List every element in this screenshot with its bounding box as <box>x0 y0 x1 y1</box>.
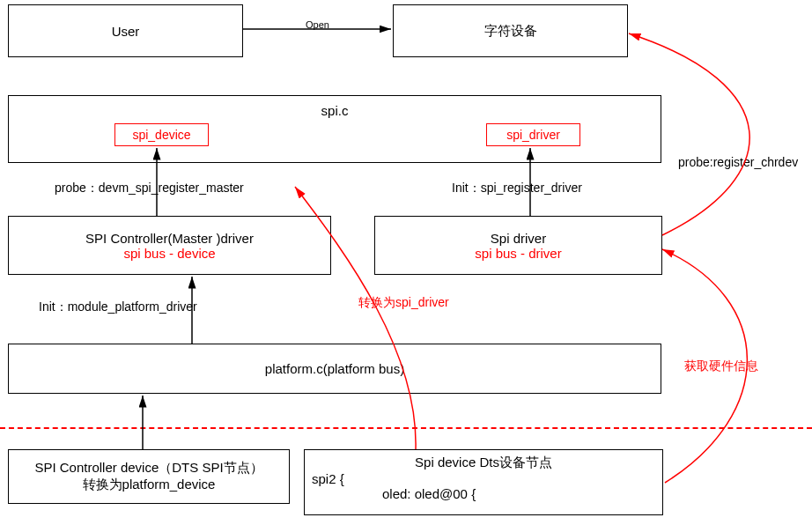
spic-label: spi.c <box>321 103 349 118</box>
dts-device-line3: oled: oled@00 { <box>382 486 476 501</box>
init-module-label: Init：module_platform_driver <box>39 299 197 315</box>
init-driver-label: Init：spi_register_driver <box>452 181 582 196</box>
controller-driver-line1: SPI Controller(Master )driver <box>85 231 254 246</box>
layer-divider <box>0 427 812 429</box>
open-label: Open <box>306 19 329 30</box>
controller-driver-box: SPI Controller(Master )driver spi bus - … <box>8 216 331 275</box>
spi-driver-box: spi_driver <box>486 123 580 146</box>
spi-driver-label: spi_driver <box>506 128 560 142</box>
spi-driver-driver-box: Spi driver spi bus - driver <box>374 216 662 275</box>
get-hw-label: 获取硬件信息 <box>684 359 758 374</box>
spi-device-label: spi_device <box>132 128 190 142</box>
user-label: User <box>112 24 140 39</box>
dts-spi-box: SPI Controller device（DTS SPI节点） 转换为plat… <box>8 449 290 504</box>
dts-device-line2: spi2 { <box>312 471 344 486</box>
chardev-label: 字符设备 <box>484 23 537 40</box>
convert-driver-label: 转换为spi_driver <box>358 295 449 311</box>
probe-master-label: probe：devm_spi_register_master <box>55 181 244 196</box>
chardev-box: 字符设备 <box>393 4 628 57</box>
driver-line1: Spi driver <box>491 231 546 246</box>
user-box: User <box>8 4 243 57</box>
dts-spi-line2: 转换为platform_device <box>83 477 216 493</box>
platform-box: platform.c(platform bus) <box>8 344 661 394</box>
dts-device-box: Spi device Dts设备节点 spi2 { oled: oled@00 … <box>304 449 663 515</box>
platform-label: platform.c(platform bus) <box>265 361 404 376</box>
driver-line2: spi bus - driver <box>475 246 561 261</box>
dts-spi-line1: SPI Controller device（DTS SPI节点） <box>34 460 262 477</box>
probe-chrdev-label: probe:register_chrdev <box>678 155 798 169</box>
dts-device-line1: Spi device Dts设备节点 <box>415 455 552 470</box>
controller-driver-line2: spi bus - device <box>123 246 215 261</box>
spi-device-box: spi_device <box>114 123 209 146</box>
